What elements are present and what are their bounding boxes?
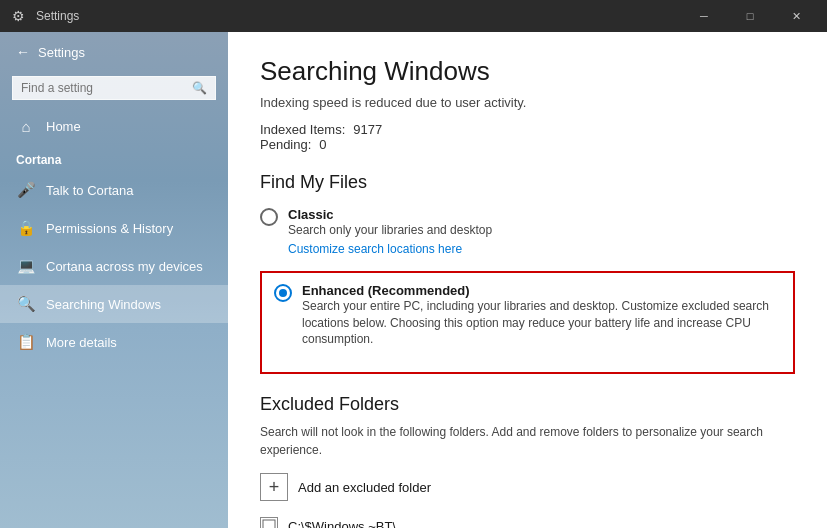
excluded-section: Excluded Folders Search will not look in… bbox=[260, 394, 795, 528]
search-icon: 🔍 bbox=[192, 81, 207, 95]
find-my-files-title: Find My Files bbox=[260, 172, 795, 193]
customize-link[interactable]: Customize search locations here bbox=[288, 242, 462, 256]
enhanced-box: Enhanced (Recommended) Search your entir… bbox=[260, 271, 795, 374]
classic-content: Classic Search only your libraries and d… bbox=[288, 207, 795, 257]
indexed-label: Indexed Items: bbox=[260, 122, 345, 137]
sidebar-item-home[interactable]: ⌂ Home bbox=[0, 108, 228, 145]
folder-item-1: C:\$Windows.~BT\ bbox=[260, 517, 795, 528]
sidebar-item-searching-windows[interactable]: 🔍 Searching Windows bbox=[0, 285, 228, 323]
sidebar-item-label: Cortana across my devices bbox=[46, 259, 203, 274]
titlebar-controls: ─ □ ✕ bbox=[681, 0, 819, 32]
classic-title: Classic bbox=[288, 207, 795, 222]
sidebar-item-label: Searching Windows bbox=[46, 297, 161, 312]
stats-block: Indexed Items: 9177 Pending: 0 bbox=[260, 122, 795, 152]
home-label: Home bbox=[46, 119, 81, 134]
classic-desc: Search only your libraries and desktop bbox=[288, 222, 795, 239]
pending-row: Pending: 0 bbox=[260, 137, 795, 152]
home-icon: ⌂ bbox=[16, 118, 36, 135]
pending-value: 0 bbox=[319, 137, 326, 152]
more-icon: 📋 bbox=[16, 333, 36, 351]
sidebar-back-label: Settings bbox=[38, 45, 85, 60]
sidebar-search[interactable]: 🔍 bbox=[12, 76, 216, 100]
sidebar-item-label: Permissions & History bbox=[46, 221, 173, 236]
sidebar-item-more-details[interactable]: 📋 More details bbox=[0, 323, 228, 361]
folder-name-1: C:\$Windows.~BT\ bbox=[288, 519, 396, 528]
classic-radio[interactable] bbox=[260, 208, 278, 226]
sidebar: ← Settings 🔍 ⌂ Home Cortana 🎤 Talk to Co… bbox=[0, 32, 228, 528]
cortana-section-label: Cortana bbox=[0, 145, 228, 171]
folder-checkbox-1[interactable] bbox=[260, 517, 278, 528]
excluded-desc: Search will not look in the following fo… bbox=[260, 423, 795, 459]
app-body: ← Settings 🔍 ⌂ Home Cortana 🎤 Talk to Co… bbox=[0, 32, 827, 528]
minimize-button[interactable]: ─ bbox=[681, 0, 727, 32]
sidebar-item-permissions-history[interactable]: 🔒 Permissions & History bbox=[0, 209, 228, 247]
devices-icon: 💻 bbox=[16, 257, 36, 275]
permissions-icon: 🔒 bbox=[16, 219, 36, 237]
settings-icon: ⚙ bbox=[12, 8, 28, 24]
enhanced-desc: Search your entire PC, including your li… bbox=[302, 298, 781, 348]
search-nav-icon: 🔍 bbox=[16, 295, 36, 313]
pending-label: Pending: bbox=[260, 137, 311, 152]
indexed-items-row: Indexed Items: 9177 bbox=[260, 122, 795, 137]
microphone-icon: 🎤 bbox=[16, 181, 36, 199]
maximize-button[interactable]: □ bbox=[727, 0, 773, 32]
sidebar-back[interactable]: ← Settings bbox=[0, 32, 228, 72]
excluded-title: Excluded Folders bbox=[260, 394, 795, 415]
add-icon: + bbox=[260, 473, 288, 501]
classic-option: Classic Search only your libraries and d… bbox=[260, 207, 795, 257]
titlebar-left: ⚙ Settings bbox=[12, 8, 79, 24]
sidebar-item-label: Talk to Cortana bbox=[46, 183, 133, 198]
add-folder-button[interactable]: + Add an excluded folder bbox=[260, 473, 795, 501]
sidebar-item-talk-to-cortana[interactable]: 🎤 Talk to Cortana bbox=[0, 171, 228, 209]
enhanced-content: Enhanced (Recommended) Search your entir… bbox=[302, 283, 781, 348]
indexed-value: 9177 bbox=[353, 122, 382, 137]
add-folder-label: Add an excluded folder bbox=[298, 480, 431, 495]
enhanced-option: Enhanced (Recommended) Search your entir… bbox=[274, 283, 781, 348]
folder-icon-1 bbox=[262, 519, 276, 528]
sidebar-item-cortana-devices[interactable]: 💻 Cortana across my devices bbox=[0, 247, 228, 285]
page-title: Searching Windows bbox=[260, 56, 795, 87]
enhanced-radio[interactable] bbox=[274, 284, 292, 302]
close-button[interactable]: ✕ bbox=[773, 0, 819, 32]
titlebar-title: Settings bbox=[36, 9, 79, 23]
titlebar: ⚙ Settings ─ □ ✕ bbox=[0, 0, 827, 32]
sidebar-item-label: More details bbox=[46, 335, 117, 350]
svg-rect-0 bbox=[263, 520, 275, 528]
enhanced-title: Enhanced (Recommended) bbox=[302, 283, 781, 298]
back-icon: ← bbox=[16, 44, 30, 60]
main-content: Searching Windows Indexing speed is redu… bbox=[228, 32, 827, 528]
search-input[interactable] bbox=[21, 81, 192, 95]
indexing-status: Indexing speed is reduced due to user ac… bbox=[260, 95, 795, 110]
